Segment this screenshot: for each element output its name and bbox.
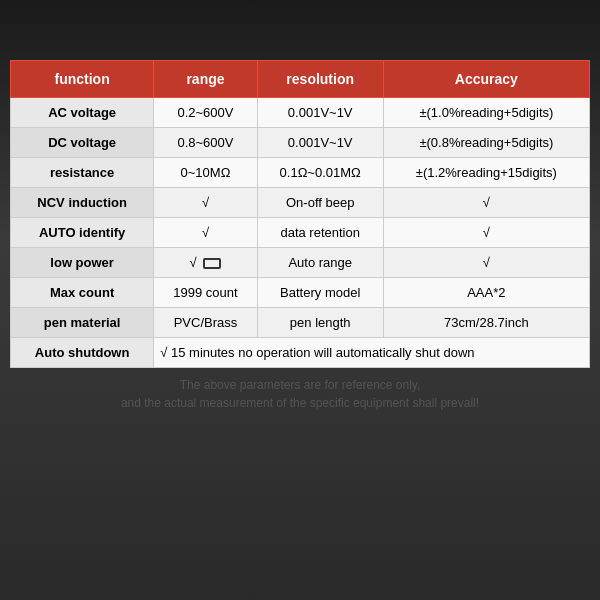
table-cell: low power: [11, 248, 154, 278]
header-function: function: [11, 61, 154, 98]
table-cell: pen length: [257, 308, 383, 338]
table-cell: 0.8~600V: [154, 128, 257, 158]
table-cell: Auto range: [257, 248, 383, 278]
table-cell: 0.1Ω~0.01MΩ: [257, 158, 383, 188]
table-cell: ±(1.0%reading+5digits): [383, 98, 589, 128]
footer-line-2: and the actual measurement of the specif…: [10, 394, 590, 412]
table-cell: √: [154, 188, 257, 218]
table-cell: AAA*2: [383, 278, 589, 308]
table-cell: √: [383, 188, 589, 218]
table-row: Auto shutdown√ 15 minutes no operation w…: [11, 338, 590, 368]
table-cell: 0.001V~1V: [257, 128, 383, 158]
table-row: AUTO identify√data retention√: [11, 218, 590, 248]
table-row: pen materialPVC/Brasspen length73cm/28.7…: [11, 308, 590, 338]
header-accuracy: Accuracy: [383, 61, 589, 98]
table-cell: 1999 count: [154, 278, 257, 308]
cell-function: Auto shutdown: [11, 338, 154, 368]
table-row: DC voltage0.8~600V0.001V~1V±(0.8%reading…: [11, 128, 590, 158]
table-cell: 0.001V~1V: [257, 98, 383, 128]
specs-table: function range resolution Accuracy AC vo…: [10, 60, 590, 368]
table-cell: DC voltage: [11, 128, 154, 158]
table-cell: ±(0.8%reading+5digits): [383, 128, 589, 158]
table-cell: PVC/Brass: [154, 308, 257, 338]
table-cell: √: [383, 218, 589, 248]
table-cell: Battery model: [257, 278, 383, 308]
table-cell: On-off beep: [257, 188, 383, 218]
main-container: function range resolution Accuracy AC vo…: [10, 60, 590, 412]
table-cell: AUTO identify: [11, 218, 154, 248]
table-cell: √: [154, 218, 257, 248]
footer-line-1: The above parameters are for reference o…: [10, 376, 590, 394]
table-row: low power√ Auto range√: [11, 248, 590, 278]
table-cell: pen material: [11, 308, 154, 338]
table-cell: ±(1.2%reading+15digits): [383, 158, 589, 188]
footer-note: The above parameters are for reference o…: [10, 376, 590, 412]
table-cell: data retention: [257, 218, 383, 248]
table-row: NCV induction√On-off beep√: [11, 188, 590, 218]
cell-span-value: √ 15 minutes no operation will automatic…: [154, 338, 590, 368]
table-row: Max count1999 countBattery modelAAA*2: [11, 278, 590, 308]
table-row: AC voltage0.2~600V0.001V~1V±(1.0%reading…: [11, 98, 590, 128]
table-cell: √: [154, 248, 257, 278]
table-cell: AC voltage: [11, 98, 154, 128]
table-cell: NCV induction: [11, 188, 154, 218]
table-cell: Max count: [11, 278, 154, 308]
header-resolution: resolution: [257, 61, 383, 98]
table-cell: 73cm/28.7inch: [383, 308, 589, 338]
header-range: range: [154, 61, 257, 98]
table-cell: resistance: [11, 158, 154, 188]
table-cell: 0~10MΩ: [154, 158, 257, 188]
table-cell: √: [383, 248, 589, 278]
table-row: resistance0~10MΩ0.1Ω~0.01MΩ±(1.2%reading…: [11, 158, 590, 188]
table-cell: 0.2~600V: [154, 98, 257, 128]
